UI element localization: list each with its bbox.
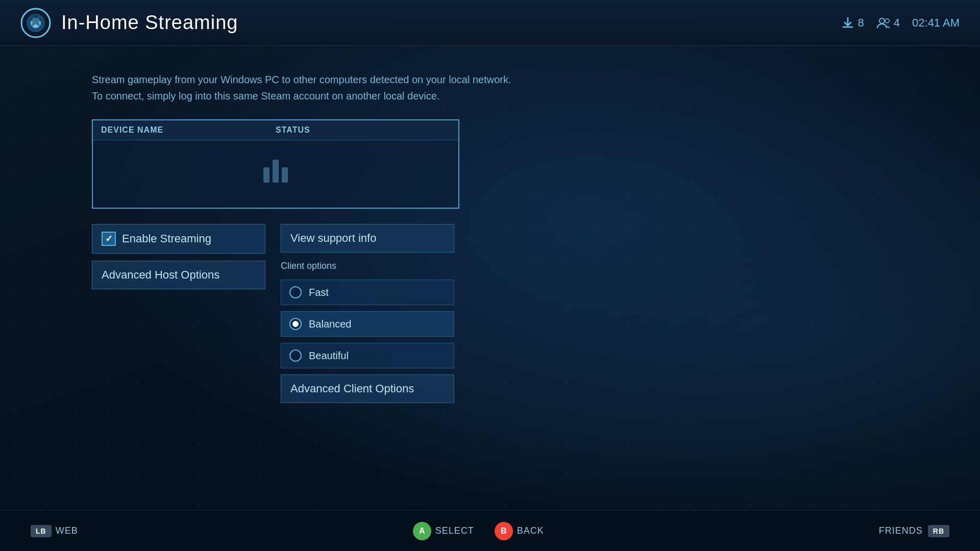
clock: 02:41 AM bbox=[912, 16, 960, 30]
footer-center: A SELECT B BACK bbox=[78, 522, 879, 540]
steam-logo bbox=[20, 8, 51, 38]
view-support-label: View support info bbox=[290, 232, 376, 245]
loading-bar-1 bbox=[263, 167, 270, 183]
left-buttons: ✓ Enable Streaming Advanced Host Options bbox=[92, 224, 265, 289]
header-right: 8 4 02:41 AM bbox=[841, 16, 960, 30]
beautiful-label: Beautiful bbox=[309, 350, 349, 362]
download-group: 8 bbox=[841, 16, 864, 30]
device-table: DEVICE NAME STATUS bbox=[92, 119, 459, 209]
column-device-name: DEVICE NAME bbox=[101, 126, 276, 135]
right-section: View support info Client options Fast Ba… bbox=[281, 224, 454, 403]
main-content: Stream gameplay from your Windows PC to … bbox=[0, 46, 980, 510]
radio-beautiful bbox=[289, 349, 302, 362]
download-icon bbox=[841, 16, 855, 30]
advanced-host-button[interactable]: Advanced Host Options bbox=[92, 261, 265, 289]
client-options-label: Client options bbox=[281, 259, 454, 273]
fast-label: Fast bbox=[309, 287, 329, 298]
page-title: In-Home Streaming bbox=[61, 12, 238, 34]
advanced-client-label: Advanced Client Options bbox=[290, 382, 414, 395]
a-select-key: A SELECT bbox=[413, 522, 474, 540]
svg-point-3 bbox=[879, 18, 885, 23]
a-action: SELECT bbox=[435, 525, 474, 536]
lb-web-key: LB WEB bbox=[31, 525, 78, 537]
column-status: STATUS bbox=[276, 126, 450, 135]
table-body bbox=[93, 140, 458, 202]
a-button: A bbox=[413, 522, 431, 540]
advanced-client-button[interactable]: Advanced Client Options bbox=[281, 374, 454, 403]
footer: LB WEB A SELECT B BACK FRIENDS RB bbox=[0, 510, 980, 551]
radio-balanced bbox=[289, 318, 302, 330]
client-option-beautiful[interactable]: Beautiful bbox=[281, 343, 454, 368]
svg-point-4 bbox=[885, 19, 889, 23]
footer-right: FRIENDS RB bbox=[879, 525, 949, 537]
table-header: DEVICE NAME STATUS bbox=[93, 120, 458, 140]
b-action: BACK bbox=[517, 525, 544, 536]
b-button: B bbox=[495, 522, 513, 540]
enable-streaming-button[interactable]: ✓ Enable Streaming bbox=[92, 224, 265, 254]
lb-action: WEB bbox=[56, 525, 78, 536]
loading-bar-3 bbox=[282, 167, 288, 183]
client-option-fast[interactable]: Fast bbox=[281, 280, 454, 305]
buttons-area: ✓ Enable Streaming Advanced Host Options… bbox=[92, 224, 888, 403]
header: In-Home Streaming 8 4 02:41 AM bbox=[0, 0, 980, 46]
footer-left: LB WEB bbox=[31, 525, 78, 537]
description: Stream gameplay from your Windows PC to … bbox=[92, 71, 888, 104]
radio-dot bbox=[292, 321, 299, 327]
checkmark-icon: ✓ bbox=[105, 233, 113, 244]
enable-streaming-checkbox: ✓ bbox=[102, 232, 116, 246]
balanced-label: Balanced bbox=[309, 318, 351, 330]
radio-fast bbox=[289, 286, 302, 298]
friends-count: 4 bbox=[894, 16, 900, 30]
client-option-balanced[interactable]: Balanced bbox=[281, 311, 454, 337]
friends-group: 4 bbox=[876, 16, 900, 30]
view-support-button[interactable]: View support info bbox=[281, 224, 454, 253]
friends-icon bbox=[876, 16, 891, 30]
rb-badge: RB bbox=[928, 525, 949, 537]
loading-indicator bbox=[263, 160, 288, 183]
b-back-key: B BACK bbox=[495, 522, 544, 540]
enable-streaming-label: Enable Streaming bbox=[122, 232, 211, 245]
advanced-host-label: Advanced Host Options bbox=[102, 268, 219, 282]
loading-bar-2 bbox=[273, 160, 279, 183]
lb-badge: LB bbox=[31, 525, 52, 537]
friends-footer-label: FRIENDS bbox=[879, 525, 923, 536]
download-count: 8 bbox=[858, 16, 864, 30]
